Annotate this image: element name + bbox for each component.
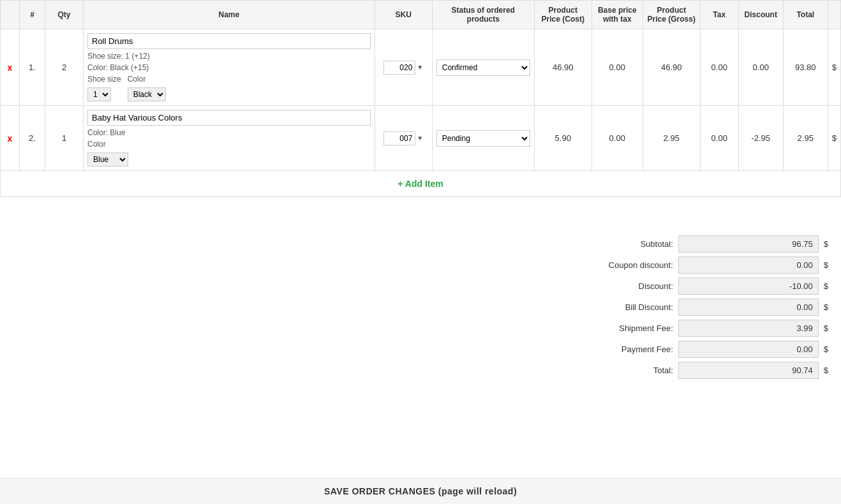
summary-currency-shipment-fee: $ [824,323,828,333]
attr-summary-2: Color: Black (+15) [87,63,371,72]
row-product-price-cost: 5.90 [534,106,592,171]
status-select[interactable]: ConfirmedPendingCancelled [436,59,530,76]
summary-input-coupon-discount[interactable] [678,256,819,274]
row-total: 2.95 [783,106,828,171]
row-product-price-gross: 2.95 [643,106,700,171]
sku-input[interactable] [383,61,415,75]
attr-value-select[interactable]: BlackBlueRed [128,87,166,101]
row-name-cell: Roll DrumsShoe size: 1 (+12)Color: Black… [84,29,375,106]
attr-summary-1: Color: Blue [87,128,371,137]
attr-value-select[interactable]: 123 [87,87,111,101]
col-base-price-with-tax: Base price with tax [592,1,643,29]
table-row: x1.2Roll DrumsShoe size: 1 (+12)Color: B… [1,29,841,106]
summary-row-bill-discount: Bill Discount:$ [573,299,828,316]
col-currency [828,1,840,29]
row-name-cell: Baby Hat Various ColorsColor: BlueColorB… [84,106,375,171]
summary-currency-payment-fee: $ [824,345,828,354]
col-hash: # [20,1,45,29]
add-item-row: + Add Item [1,171,841,197]
col-sku: SKU [375,1,432,29]
delete-cell: x [1,29,20,106]
order-items-table: # Qty Name SKU Status of ordered product… [0,0,841,197]
col-qty: Qty [45,1,84,29]
sku-dropdown-icon[interactable]: ▼ [417,135,423,142]
row-total: 93.80 [783,29,828,106]
row-discount: 0.00 [738,29,783,106]
row-discount: -2.95 [738,106,783,171]
attr-label: Shoe size [87,75,121,84]
row-product-price-cost: 46.90 [534,29,592,106]
summary-row-shipment-fee: Shipment Fee:$ [573,320,828,337]
attr-label: Color [128,75,166,84]
summary-row-payment-fee: Payment Fee:$ [573,341,828,358]
row-sku-cell: ▼ [375,106,432,171]
summary-row-subtotal: Subtotal:$ [573,235,828,253]
col-actions [1,1,20,29]
summary-currency-bill-discount: $ [824,302,828,312]
order-summary: Subtotal:$Coupon discount:$Discount:$Bil… [0,235,841,379]
summary-input-subtotal[interactable] [678,235,819,253]
row-sku-cell: ▼ [375,29,432,106]
row-tax: 0.00 [700,106,738,171]
add-item-link[interactable]: + Add Item [398,179,443,189]
table-row: x2.1Baby Hat Various ColorsColor: BlueCo… [1,106,841,171]
attr-col: Shoe size123 [87,75,121,101]
summary-row-discount: Discount:$ [573,278,828,295]
summary-label-bill-discount: Bill Discount: [590,302,673,312]
col-tax: Tax [700,1,738,29]
attr-selects-row: Shoe size123ColorBlackBlueRed [87,75,371,101]
col-status: Status of ordered products [432,1,534,29]
row-status-cell: ConfirmedPendingCancelled [432,29,534,106]
summary-row-total: Total:$ [573,362,828,379]
attr-value-select[interactable]: BlueRedGreen [87,152,128,167]
attr-col: ColorBlueRedGreen [87,140,128,167]
attr-selects-row: ColorBlueRedGreen [87,140,371,167]
row-tax: 0.00 [700,29,738,106]
add-item-cell: + Add Item [1,171,841,197]
sku-dropdown-icon[interactable]: ▼ [417,64,423,71]
attr-summary-1: Shoe size: 1 (+12) [87,52,371,61]
summary-input-shipment-fee[interactable] [678,320,819,337]
summary-input-total[interactable] [678,362,819,379]
summary-label-subtotal: Subtotal: [590,239,673,249]
col-discount: Discount [738,1,783,29]
status-select[interactable]: ConfirmedPendingCancelled [436,130,530,147]
col-product-price-gross: Product Price (Gross) [643,1,700,29]
summary-row-coupon-discount: Coupon discount:$ [573,256,828,274]
summary-currency-total: $ [824,366,828,375]
row-currency: $ [828,29,840,106]
row-currency: $ [828,106,840,171]
summary-label-payment-fee: Payment Fee: [590,345,673,354]
row-base-price-with-tax: 0.00 [592,106,643,171]
summary-currency-coupon-discount: $ [824,260,828,270]
summary-label-total: Total: [590,366,673,375]
delete-row-button[interactable]: x [8,63,13,73]
summary-input-bill-discount[interactable] [678,299,819,316]
delete-row-button[interactable]: x [8,133,13,144]
row-product-price-gross: 46.90 [643,29,700,106]
summary-currency-subtotal: $ [824,239,828,249]
row-index: 2. [20,106,45,171]
delete-cell: x [1,106,20,171]
product-select[interactable]: Baby Hat Various Colors [87,110,371,126]
summary-label-coupon-discount: Coupon discount: [590,260,673,270]
product-select[interactable]: Roll Drums [87,33,371,49]
row-qty: 1 [45,106,84,171]
sku-input[interactable] [383,131,415,145]
col-product-price-cost: Product Price (Cost) [534,1,592,29]
row-index: 1. [20,29,45,106]
summary-input-discount[interactable] [678,278,819,295]
col-name: Name [84,1,375,29]
row-status-cell: ConfirmedPendingCancelled [432,106,534,171]
attr-col: ColorBlackBlueRed [128,75,166,101]
row-qty: 2 [45,29,84,106]
row-base-price-with-tax: 0.00 [592,29,643,106]
col-total: Total [783,1,828,29]
summary-label-discount: Discount: [590,281,673,291]
summary-input-payment-fee[interactable] [678,341,819,358]
summary-label-shipment-fee: Shipment Fee: [590,323,673,333]
summary-currency-discount: $ [824,281,828,291]
attr-label: Color [87,140,128,149]
